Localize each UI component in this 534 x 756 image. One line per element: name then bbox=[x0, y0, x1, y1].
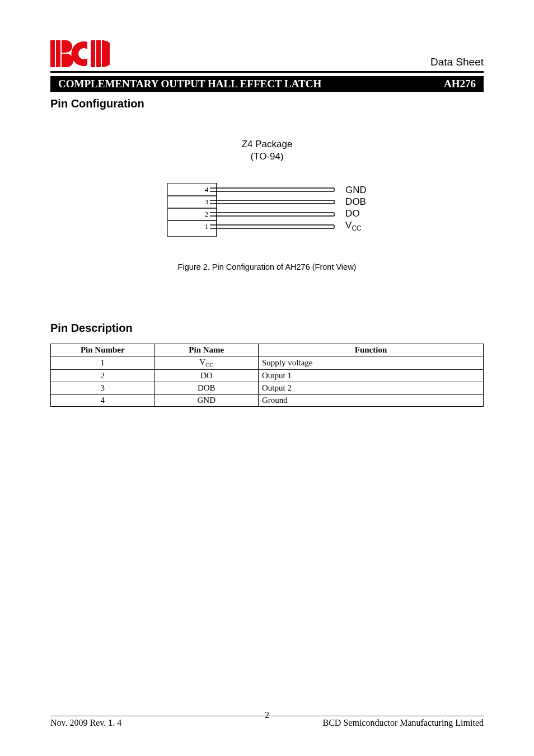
header-divider bbox=[50, 71, 484, 73]
cell-name: DOB bbox=[154, 382, 259, 395]
package-name: Z4 Package bbox=[50, 138, 484, 151]
cell-num: 4 bbox=[51, 395, 155, 407]
svg-rect-13 bbox=[167, 183, 217, 237]
th-pin-name: Pin Name bbox=[154, 344, 259, 356]
datasheet-label: Data Sheet bbox=[430, 56, 484, 68]
cell-name: VCC bbox=[154, 356, 259, 370]
svg-rect-8 bbox=[50, 40, 55, 67]
part-number: AH276 bbox=[444, 78, 476, 90]
package-subname: (TO-94) bbox=[50, 151, 484, 163]
figure-caption: Figure 2. Pin Configuration of AH276 (Fr… bbox=[50, 262, 484, 271]
pin-num-2: 2 bbox=[205, 210, 209, 218]
section-pin-configuration: Pin Configuration bbox=[50, 97, 484, 110]
pin-num-4: 4 bbox=[205, 185, 209, 194]
table-row: 1 VCC Supply voltage bbox=[51, 356, 484, 370]
svg-rect-10 bbox=[91, 40, 95, 67]
package-figure: 4 3 2 1 GND DOB DO VCC bbox=[50, 183, 484, 237]
package-label: Z4 Package (TO-94) bbox=[50, 138, 484, 163]
pin-label-vcc: VCC bbox=[345, 219, 367, 231]
package-diagram: 4 3 2 1 bbox=[167, 183, 341, 237]
svg-rect-12 bbox=[102, 40, 104, 67]
footer: Nov. 2009 Rev. 1. 4 BCD Semiconductor Ma… bbox=[50, 716, 484, 728]
cell-num: 2 bbox=[51, 370, 155, 382]
cell-num: 3 bbox=[51, 382, 155, 395]
cell-num: 1 bbox=[51, 356, 155, 370]
page-number: 2 bbox=[50, 710, 484, 720]
svg-rect-11 bbox=[96, 40, 101, 67]
cell-func: Supply voltage bbox=[259, 356, 484, 370]
bcd-logo bbox=[50, 40, 110, 69]
cell-name: DO bbox=[154, 370, 259, 382]
cell-func: Output 1 bbox=[259, 370, 484, 382]
cell-name: GND bbox=[154, 395, 259, 407]
svg-rect-9 bbox=[56, 40, 60, 67]
table-row: 2 DO Output 1 bbox=[51, 370, 484, 382]
page: Data Sheet COMPLEMENTARY OUTPUT HALL EFF… bbox=[0, 0, 534, 756]
section-pin-description: Pin Description bbox=[50, 322, 484, 335]
table-row: 4 GND Ground bbox=[51, 395, 484, 407]
header: Data Sheet bbox=[50, 40, 484, 69]
pin-description-table: Pin Number Pin Name Function 1 VCC Suppl… bbox=[50, 344, 484, 407]
pin-label-dob: DOB bbox=[345, 196, 367, 208]
title-bar: COMPLEMENTARY OUTPUT HALL EFFECT LATCH A… bbox=[50, 76, 484, 92]
cell-func: Ground bbox=[259, 395, 484, 407]
pin-label-do: DO bbox=[345, 208, 367, 219]
th-function: Function bbox=[259, 344, 484, 356]
th-pin-number: Pin Number bbox=[51, 344, 155, 356]
pin-label-gnd: GND bbox=[345, 184, 367, 196]
cell-func: Output 2 bbox=[259, 382, 484, 395]
table-header-row: Pin Number Pin Name Function bbox=[51, 344, 484, 356]
pin-num-3: 3 bbox=[205, 198, 209, 206]
pin-num-1: 1 bbox=[205, 222, 209, 231]
pin-external-labels: GND DOB DO VCC bbox=[345, 183, 367, 237]
table-row: 3 DOB Output 2 bbox=[51, 382, 484, 395]
title-text: COMPLEMENTARY OUTPUT HALL EFFECT LATCH bbox=[58, 78, 321, 90]
